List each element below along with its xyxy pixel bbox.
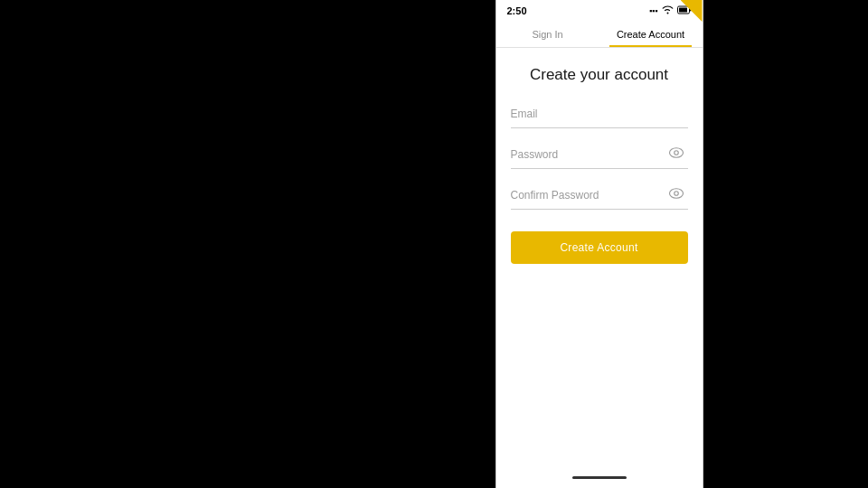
email-input[interactable] [511,104,688,128]
confirm-password-input[interactable] [511,185,688,210]
phone-frame: 2:50 ▪▪▪ Sign In [495,0,703,488]
main-content: Create your account [496,48,703,469]
tab-create-account[interactable]: Create Account [599,20,703,47]
home-indicator [496,469,703,488]
tab-sign-in[interactable]: Sign In [496,20,599,47]
svg-point-5 [669,189,683,199]
confirm-password-group [511,185,688,210]
svg-point-4 [674,151,678,155]
status-time: 2:50 [507,5,527,16]
home-bar [572,476,627,479]
password-input[interactable] [511,145,688,169]
password-group [511,145,688,169]
svg-point-3 [669,148,683,158]
tab-bar: Sign In Create Account [496,20,703,48]
password-eye-icon[interactable] [668,146,684,159]
status-bar: 2:50 ▪▪▪ [496,0,703,20]
wifi-icon [662,5,674,16]
email-group [511,104,688,128]
status-icons: ▪▪▪ [649,5,692,16]
svg-point-6 [674,192,678,196]
page-title: Create your account [511,66,688,84]
confirm-password-eye-icon[interactable] [668,187,684,200]
create-account-button[interactable]: Create Account [511,231,688,264]
signal-icon: ▪▪▪ [649,6,658,15]
svg-rect-1 [679,8,687,13]
